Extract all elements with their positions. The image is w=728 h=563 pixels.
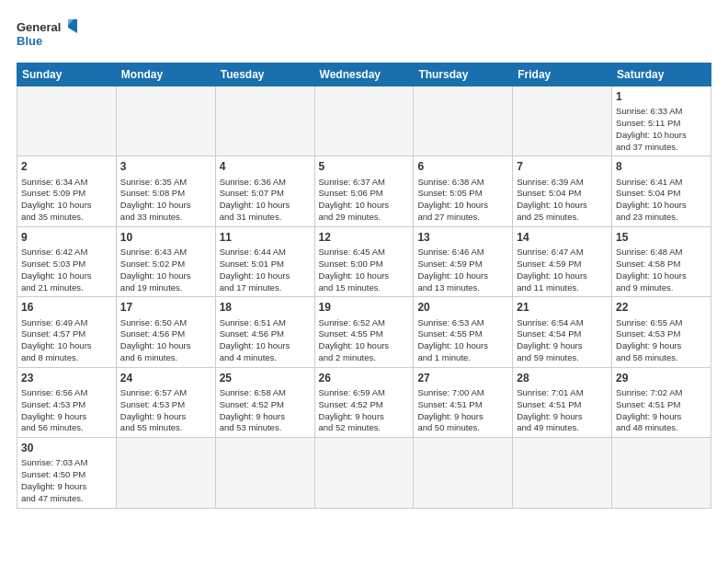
day-info: Sunrise: 7:02 AM Sunset: 4:51 PM Dayligh… — [616, 387, 707, 434]
calendar-cell — [314, 438, 414, 508]
day-number: 14 — [517, 230, 608, 245]
day-number: 24 — [120, 371, 211, 385]
day-info: Sunrise: 7:03 AM Sunset: 4:50 PM Dayligh… — [21, 457, 112, 504]
day-number: 28 — [517, 371, 608, 385]
day-info: Sunrise: 6:51 AM Sunset: 4:56 PM Dayligh… — [220, 317, 311, 364]
day-info: Sunrise: 6:58 AM Sunset: 4:52 PM Dayligh… — [220, 387, 311, 434]
day-info: Sunrise: 6:57 AM Sunset: 4:53 PM Dayligh… — [120, 387, 211, 434]
calendar-cell: 19Sunrise: 6:52 AM Sunset: 4:55 PM Dayli… — [314, 297, 414, 367]
logo-svg: General Blue — [17, 17, 81, 53]
day-info: Sunrise: 6:38 AM Sunset: 5:05 PM Dayligh… — [417, 177, 508, 224]
calendar-cell: 23Sunrise: 6:56 AM Sunset: 4:53 PM Dayli… — [17, 367, 117, 437]
page: General Blue SundayMondayTuesdayWednesda… — [0, 0, 728, 563]
calendar-cell: 10Sunrise: 6:43 AM Sunset: 5:02 PM Dayli… — [116, 226, 215, 296]
day-number: 16 — [21, 300, 112, 315]
day-number: 20 — [417, 300, 508, 315]
calendar-cell: 8Sunrise: 6:41 AM Sunset: 5:04 PM Daylig… — [612, 156, 711, 226]
calendar-cell: 13Sunrise: 6:46 AM Sunset: 4:59 PM Dayli… — [414, 226, 513, 296]
day-number: 12 — [319, 230, 410, 245]
day-number: 9 — [21, 230, 112, 245]
calendar-week-row: 1Sunrise: 6:33 AM Sunset: 5:11 PM Daylig… — [17, 86, 711, 156]
day-info: Sunrise: 6:43 AM Sunset: 5:02 PM Dayligh… — [120, 247, 211, 293]
calendar-cell: 28Sunrise: 7:01 AM Sunset: 4:51 PM Dayli… — [513, 367, 612, 437]
day-number: 7 — [517, 159, 608, 174]
calendar-cell: 22Sunrise: 6:55 AM Sunset: 4:53 PM Dayli… — [612, 297, 711, 367]
calendar-cell: 15Sunrise: 6:48 AM Sunset: 4:58 PM Dayli… — [612, 226, 711, 296]
day-number: 27 — [417, 371, 508, 385]
calendar-cell — [513, 438, 612, 508]
weekday-header-friday: Friday — [513, 63, 612, 86]
day-number: 17 — [120, 300, 211, 315]
calendar-cell: 6Sunrise: 6:38 AM Sunset: 5:05 PM Daylig… — [414, 156, 513, 226]
day-info: Sunrise: 7:01 AM Sunset: 4:51 PM Dayligh… — [517, 387, 608, 434]
calendar-cell — [414, 86, 513, 156]
day-number: 29 — [616, 371, 707, 385]
day-info: Sunrise: 6:50 AM Sunset: 4:56 PM Dayligh… — [120, 317, 211, 364]
calendar-cell — [116, 86, 215, 156]
calendar-cell: 1Sunrise: 6:33 AM Sunset: 5:11 PM Daylig… — [612, 86, 711, 156]
day-info: Sunrise: 6:42 AM Sunset: 5:03 PM Dayligh… — [21, 247, 112, 293]
calendar-cell: 16Sunrise: 6:49 AM Sunset: 4:57 PM Dayli… — [17, 297, 117, 367]
calendar-cell: 20Sunrise: 6:53 AM Sunset: 4:55 PM Dayli… — [414, 297, 513, 367]
calendar-cell: 11Sunrise: 6:44 AM Sunset: 5:01 PM Dayli… — [215, 226, 314, 296]
weekday-header-wednesday: Wednesday — [314, 63, 414, 86]
day-info: Sunrise: 6:37 AM Sunset: 5:06 PM Dayligh… — [319, 177, 410, 224]
calendar-cell: 21Sunrise: 6:54 AM Sunset: 4:54 PM Dayli… — [513, 297, 612, 367]
day-info: Sunrise: 6:48 AM Sunset: 4:58 PM Dayligh… — [616, 247, 707, 293]
day-info: Sunrise: 6:35 AM Sunset: 5:08 PM Dayligh… — [120, 177, 211, 224]
day-number: 5 — [319, 159, 410, 174]
day-info: Sunrise: 6:45 AM Sunset: 5:00 PM Dayligh… — [319, 247, 410, 293]
day-number: 8 — [616, 159, 707, 174]
day-info: Sunrise: 6:41 AM Sunset: 5:04 PM Dayligh… — [616, 177, 707, 224]
calendar-cell — [215, 438, 314, 508]
svg-text:General: General — [17, 20, 61, 34]
calendar-cell: 29Sunrise: 7:02 AM Sunset: 4:51 PM Dayli… — [612, 367, 711, 437]
weekday-header-row: SundayMondayTuesdayWednesdayThursdayFrid… — [17, 63, 711, 86]
day-info: Sunrise: 6:49 AM Sunset: 4:57 PM Dayligh… — [21, 317, 112, 364]
day-number: 15 — [616, 230, 707, 245]
calendar-week-row: 23Sunrise: 6:56 AM Sunset: 4:53 PM Dayli… — [17, 367, 711, 437]
day-info: Sunrise: 6:44 AM Sunset: 5:01 PM Dayligh… — [220, 247, 311, 293]
weekday-header-saturday: Saturday — [612, 63, 711, 86]
day-number: 6 — [417, 159, 508, 174]
day-info: Sunrise: 6:56 AM Sunset: 4:53 PM Dayligh… — [21, 387, 112, 434]
day-info: Sunrise: 6:36 AM Sunset: 5:07 PM Dayligh… — [220, 177, 311, 224]
calendar-cell: 4Sunrise: 6:36 AM Sunset: 5:07 PM Daylig… — [215, 156, 314, 226]
day-info: Sunrise: 6:53 AM Sunset: 4:55 PM Dayligh… — [417, 317, 508, 364]
day-number: 22 — [616, 300, 707, 315]
calendar-cell: 18Sunrise: 6:51 AM Sunset: 4:56 PM Dayli… — [215, 297, 314, 367]
day-number: 2 — [21, 159, 112, 174]
calendar-cell: 3Sunrise: 6:35 AM Sunset: 5:08 PM Daylig… — [116, 156, 215, 226]
calendar-cell — [116, 438, 215, 508]
calendar-cell: 2Sunrise: 6:34 AM Sunset: 5:09 PM Daylig… — [17, 156, 117, 226]
day-number: 25 — [220, 371, 311, 385]
weekday-header-monday: Monday — [116, 63, 215, 86]
calendar-cell: 25Sunrise: 6:58 AM Sunset: 4:52 PM Dayli… — [215, 367, 314, 437]
calendar-week-row: 9Sunrise: 6:42 AM Sunset: 5:03 PM Daylig… — [17, 226, 711, 296]
day-number: 30 — [21, 441, 112, 455]
calendar-cell — [215, 86, 314, 156]
day-number: 10 — [120, 230, 211, 245]
day-info: Sunrise: 6:33 AM Sunset: 5:11 PM Dayligh… — [616, 106, 707, 153]
day-info: Sunrise: 6:39 AM Sunset: 5:04 PM Dayligh… — [517, 177, 608, 224]
calendar-cell — [513, 86, 612, 156]
calendar-week-row: 2Sunrise: 6:34 AM Sunset: 5:09 PM Daylig… — [17, 156, 711, 226]
calendar-cell: 5Sunrise: 6:37 AM Sunset: 5:06 PM Daylig… — [314, 156, 414, 226]
day-info: Sunrise: 6:55 AM Sunset: 4:53 PM Dayligh… — [616, 317, 707, 364]
calendar-week-row: 16Sunrise: 6:49 AM Sunset: 4:57 PM Dayli… — [17, 297, 711, 367]
calendar-cell — [314, 86, 414, 156]
calendar-cell: 26Sunrise: 6:59 AM Sunset: 4:52 PM Dayli… — [314, 367, 414, 437]
day-number: 4 — [220, 159, 311, 174]
weekday-header-tuesday: Tuesday — [215, 63, 314, 86]
calendar-cell: 12Sunrise: 6:45 AM Sunset: 5:00 PM Dayli… — [314, 226, 414, 296]
day-info: Sunrise: 6:52 AM Sunset: 4:55 PM Dayligh… — [319, 317, 410, 364]
logo: General Blue — [17, 17, 81, 53]
calendar-cell: 14Sunrise: 6:47 AM Sunset: 4:59 PM Dayli… — [513, 226, 612, 296]
calendar-cell: 17Sunrise: 6:50 AM Sunset: 4:56 PM Dayli… — [116, 297, 215, 367]
day-number: 26 — [319, 371, 410, 385]
day-number: 11 — [220, 230, 311, 245]
day-number: 19 — [319, 300, 410, 315]
day-number: 18 — [220, 300, 311, 315]
day-info: Sunrise: 6:47 AM Sunset: 4:59 PM Dayligh… — [517, 247, 608, 293]
day-info: Sunrise: 6:54 AM Sunset: 4:54 PM Dayligh… — [517, 317, 608, 364]
